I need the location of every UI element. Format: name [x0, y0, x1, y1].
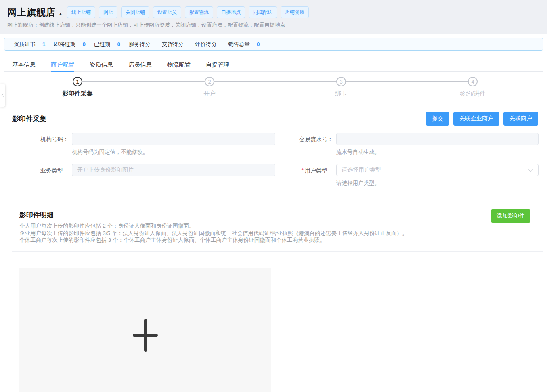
biz-type-input — [72, 164, 275, 176]
tab-pickup-management[interactable]: 自提管理 — [206, 57, 229, 71]
stat-total-sales-value: 0 — [257, 41, 260, 47]
txn-no-input — [336, 133, 539, 145]
section-divider — [12, 128, 538, 128]
pickup-point-button[interactable]: 自提地点 — [217, 6, 245, 18]
webshop-button[interactable]: 网店 — [99, 6, 117, 18]
stat-service-score: 服务得分 — [129, 41, 151, 48]
shop-tabs: 基本信息 商户配置 资质信息 店员信息 物流配置 自提管理 — [4, 57, 543, 72]
page-subtitle: 网上旗舰店：创建线上店铺，只能创建一个网上店铺，可上传网店资质，关闭店铺，设置店… — [7, 21, 285, 29]
step-connector — [346, 81, 468, 82]
txn-no-label: 交易流水号： — [289, 136, 333, 143]
section-divider — [12, 251, 543, 252]
logistics-config-button[interactable]: 配置物流 — [185, 6, 213, 18]
user-type-label: *用户类型： — [289, 167, 333, 174]
step-1-circle: 1 — [73, 77, 82, 86]
page-header: 网上旗舰店 ▲ 线上店铺 网店 关闭店铺 设置店员 配置物流 自提地点 同城配送… — [0, 0, 547, 34]
plus-icon[interactable] — [133, 319, 158, 352]
sidebar-collapse-handle[interactable] — [0, 84, 5, 107]
stat-certificates-value: 1 — [42, 41, 46, 47]
step-3-circle: 3 — [336, 77, 346, 86]
step-3-label: 绑卡 — [335, 90, 347, 98]
tab-logistics-config[interactable]: 物流配置 — [167, 57, 191, 71]
chevron-down-icon — [528, 167, 533, 172]
shop-qualification-button[interactable]: 店铺资质 — [281, 6, 309, 18]
step-4-circle: 4 — [468, 77, 478, 86]
tab-basic-info[interactable]: 基本信息 — [12, 57, 36, 71]
chevron-left-icon — [2, 94, 5, 97]
link-merchant-button[interactable]: 关联商户 — [503, 112, 538, 126]
step-2-label: 开户 — [203, 90, 216, 98]
user-type-help: 请选择用户类型。 — [336, 180, 380, 187]
online-shop-button[interactable]: 线上店铺 — [67, 6, 95, 18]
step-2-circle: 2 — [205, 77, 214, 86]
org-code-help: 机构号码为固定值，不能修改。 — [72, 149, 148, 156]
tab-clerk-info[interactable]: 店员信息 — [128, 57, 152, 71]
detail-section-title: 影印件明细 — [19, 210, 54, 220]
caret-up-icon[interactable]: ▲ — [59, 11, 63, 16]
step-1-label: 影印件采集 — [63, 90, 93, 98]
note-sole-proprietor: 个体工商户每次上传的影印件应包括 3 个：个体工商户主体身份证人像面、个体工商户… — [19, 237, 408, 244]
capture-actions: 提交 关联企业商户 关联商户 — [426, 112, 538, 126]
stat-expiring: 即将过期 0 — [54, 41, 86, 48]
user-type-placeholder: 请选择用户类型 — [342, 166, 381, 174]
qualification-stats-bar: 资质证书 1 即将过期 0 已过期 0 服务得分 交货得分 评价得分 销售总量 … — [4, 38, 543, 51]
stat-total-sales: 销售总量 0 — [228, 41, 260, 48]
org-code-label: 机构号码： — [24, 136, 69, 143]
user-type-select[interactable]: 请选择用户类型 — [336, 164, 539, 176]
note-individual: 个人用户每次上传的影印件应包括 2 个：身份证人像面和身份证国徽面。 — [19, 222, 408, 230]
link-enterprise-merchant-button[interactable]: 关联企业商户 — [453, 112, 499, 126]
step-connector — [82, 81, 205, 82]
step-4-label: 签约/进件 — [460, 90, 486, 98]
note-enterprise: 企业用户每次上传的影印件应包括 3/5 个：法人身份证人像面、法人身份证国徽面和… — [19, 230, 408, 237]
stat-delivery-score: 交货得分 — [162, 41, 184, 48]
stat-expired: 已过期 0 — [94, 41, 120, 48]
capture-section-title: 影印件采集 — [12, 114, 46, 124]
stat-rating-score: 评价得分 — [195, 41, 217, 48]
stat-certificates: 资质证书 1 — [14, 41, 46, 48]
page-title: 网上旗舰店 — [7, 6, 56, 19]
org-code-input — [72, 133, 275, 145]
txn-no-help: 流水号自动生成。 — [336, 149, 380, 156]
required-asterisk: * — [302, 167, 304, 174]
stat-expiring-value: 0 — [83, 41, 86, 47]
tab-qualification-info[interactable]: 资质信息 — [90, 57, 113, 71]
step-connector — [214, 81, 336, 82]
stat-expired-value: 0 — [117, 41, 121, 47]
upload-notes: 个人用户每次上传的影印件应包括 2 个：身份证人像面和身份证国徽面。 企业用户每… — [19, 222, 408, 244]
add-copy-button[interactable]: 添加影印件 — [491, 209, 530, 223]
biz-type-label: 业务类型： — [24, 167, 69, 174]
upload-dropzone[interactable] — [19, 268, 271, 392]
header-actions: 线上店铺 网店 关闭店铺 设置店员 配置物流 自提地点 同城配送 店铺资质 — [67, 6, 309, 18]
close-shop-button[interactable]: 关闭店铺 — [121, 6, 149, 18]
set-clerk-button[interactable]: 设置店员 — [153, 6, 181, 18]
tab-merchant-config[interactable]: 商户配置 — [51, 57, 74, 72]
submit-button[interactable]: 提交 — [426, 112, 449, 126]
city-delivery-button[interactable]: 同城配送 — [249, 6, 277, 18]
